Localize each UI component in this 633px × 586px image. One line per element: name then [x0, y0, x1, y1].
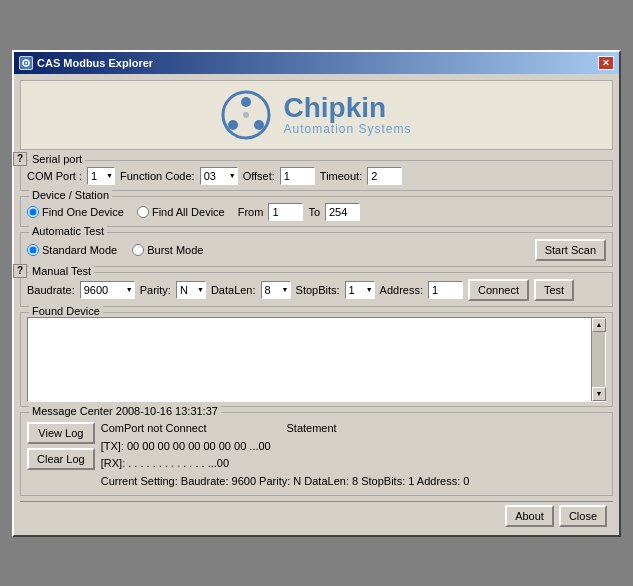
- logo-area: Chipkin Automation Systems: [20, 80, 613, 150]
- manual-test-group: ? Manual Test Baudrate: 9600120024004800…: [20, 272, 613, 307]
- function-code-wrapper: 03010204: [200, 167, 238, 185]
- message-center-title: Message Center 2008-10-16 13:31:37: [29, 405, 221, 417]
- comport-status: ComPort not Connect: [101, 420, 207, 437]
- parity-label: Parity:: [140, 284, 171, 296]
- statement-label: Statement: [286, 420, 336, 437]
- tx-label: [TX]:: [101, 440, 124, 452]
- baudrate-label: Baudrate:: [27, 284, 75, 296]
- window-title: CAS Modbus Explorer: [37, 57, 153, 69]
- find-all-radio[interactable]: [137, 206, 149, 218]
- find-one-radio[interactable]: [27, 206, 39, 218]
- address-label: Address:: [380, 284, 423, 296]
- svg-point-7: [243, 112, 249, 118]
- manual-test-help[interactable]: ?: [13, 264, 27, 278]
- datalen-wrapper: 87: [261, 281, 291, 299]
- automatic-test-title: Automatic Test: [29, 225, 107, 237]
- scrollbar: ▲ ▼: [591, 318, 605, 401]
- view-log-button[interactable]: View Log: [27, 422, 95, 444]
- close-button[interactable]: Close: [559, 505, 607, 527]
- main-window: CAS Modbus Explorer ✕ Chipkin Automation…: [12, 50, 621, 537]
- from-input[interactable]: [268, 203, 303, 221]
- device-station-row: Find One Device Find All Device From To: [27, 203, 606, 221]
- test-button[interactable]: Test: [534, 279, 574, 301]
- datalen-label: DataLen:: [211, 284, 256, 296]
- com-port-select[interactable]: 1234: [87, 167, 115, 185]
- svg-point-4: [241, 97, 251, 107]
- com-port-wrapper: 1234: [87, 167, 115, 185]
- found-device-area: ▲ ▼: [27, 317, 606, 402]
- rx-row: [RX]: . . . . . . . . . . . . . ...00: [101, 455, 606, 472]
- app-icon: [19, 56, 33, 70]
- com-port-label: COM Port :: [27, 170, 82, 182]
- timeout-label: Timeout:: [320, 170, 362, 182]
- svg-point-6: [254, 120, 264, 130]
- serial-port-help[interactable]: ?: [13, 152, 27, 166]
- burst-mode-radio[interactable]: [132, 244, 144, 256]
- standard-mode-radio[interactable]: [27, 244, 39, 256]
- scroll-up-button[interactable]: ▲: [592, 318, 606, 332]
- clear-log-button[interactable]: Clear Log: [27, 448, 95, 470]
- device-station-group: Device / Station Find One Device Find Al…: [20, 196, 613, 227]
- find-all-radio-group: Find All Device: [137, 206, 225, 218]
- from-label: From: [238, 206, 264, 218]
- title-bar-left: CAS Modbus Explorer: [19, 56, 153, 70]
- timeout-input[interactable]: [367, 167, 402, 185]
- logo-icon: [221, 90, 271, 140]
- message-text: ComPort not Connect Statement [TX]: 00 0…: [101, 420, 606, 490]
- tx-value: 00 00 00 00 00 00 00 00 ...00: [127, 440, 271, 452]
- logo-automation: Automation Systems: [283, 122, 411, 136]
- device-station-title: Device / Station: [29, 189, 112, 201]
- svg-point-5: [228, 120, 238, 130]
- found-device-group: Found Device ▲ ▼: [20, 312, 613, 407]
- serial-port-row: COM Port : 1234 Function Code: 03010204 …: [27, 167, 606, 185]
- address-input[interactable]: [428, 281, 463, 299]
- automatic-test-group: Automatic Test Standard Mode Burst Mode …: [20, 232, 613, 267]
- parity-wrapper: NEO: [176, 281, 206, 299]
- standard-mode-group: Standard Mode: [27, 244, 117, 256]
- burst-mode-group: Burst Mode: [132, 244, 203, 256]
- title-bar: CAS Modbus Explorer ✕: [14, 52, 619, 74]
- find-one-label: Find One Device: [42, 206, 124, 218]
- tx-row: [TX]: 00 00 00 00 00 00 00 00 ...00: [101, 438, 606, 455]
- find-one-radio-group: Find One Device: [27, 206, 124, 218]
- to-input[interactable]: [325, 203, 360, 221]
- stopbits-select[interactable]: 12: [345, 281, 375, 299]
- automatic-test-row: Standard Mode Burst Mode Start Scan: [27, 239, 606, 261]
- svg-point-2: [25, 62, 27, 64]
- datalen-select[interactable]: 87: [261, 281, 291, 299]
- message-content: View Log Clear Log ComPort not Connect S…: [27, 420, 606, 490]
- logo-chipkin: Chipkin: [283, 94, 411, 122]
- start-scan-button[interactable]: Start Scan: [535, 239, 606, 261]
- window-body: Chipkin Automation Systems ? Serial port…: [14, 74, 619, 535]
- rx-value: . . . . . . . . . . . . . ...00: [128, 457, 229, 469]
- manual-test-row: Baudrate: 9600120024004800 1920038400576…: [27, 279, 606, 301]
- serial-port-group: ? Serial port COM Port : 1234 Function C…: [20, 160, 613, 191]
- to-label: To: [308, 206, 320, 218]
- stopbits-label: StopBits:: [296, 284, 340, 296]
- bottom-bar: About Close: [20, 501, 613, 529]
- function-code-select[interactable]: 03010204: [200, 167, 238, 185]
- window-close-button[interactable]: ✕: [598, 56, 614, 70]
- standard-mode-label: Standard Mode: [42, 244, 117, 256]
- offset-label: Offset:: [243, 170, 275, 182]
- message-columns: ComPort not Connect Statement: [101, 420, 606, 437]
- burst-mode-label: Burst Mode: [147, 244, 203, 256]
- logo-text: Chipkin Automation Systems: [283, 94, 411, 136]
- stopbits-wrapper: 12: [345, 281, 375, 299]
- find-all-label: Find All Device: [152, 206, 225, 218]
- logo-content: Chipkin Automation Systems: [221, 90, 411, 140]
- message-center-group: Message Center 2008-10-16 13:31:37 View …: [20, 412, 613, 496]
- message-buttons: View Log Clear Log: [27, 422, 95, 490]
- connect-button[interactable]: Connect: [468, 279, 529, 301]
- about-button[interactable]: About: [505, 505, 554, 527]
- found-device-title: Found Device: [29, 305, 103, 317]
- function-code-label: Function Code:: [120, 170, 195, 182]
- scrollbar-track: [592, 332, 605, 387]
- serial-port-title: Serial port: [29, 153, 85, 165]
- baudrate-select[interactable]: 9600120024004800 192003840057600115200: [80, 281, 135, 299]
- offset-input[interactable]: [280, 167, 315, 185]
- scroll-down-button[interactable]: ▼: [592, 387, 606, 401]
- baudrate-wrapper: 9600120024004800 192003840057600115200: [80, 281, 135, 299]
- parity-select[interactable]: NEO: [176, 281, 206, 299]
- manual-test-title: Manual Test: [29, 265, 94, 277]
